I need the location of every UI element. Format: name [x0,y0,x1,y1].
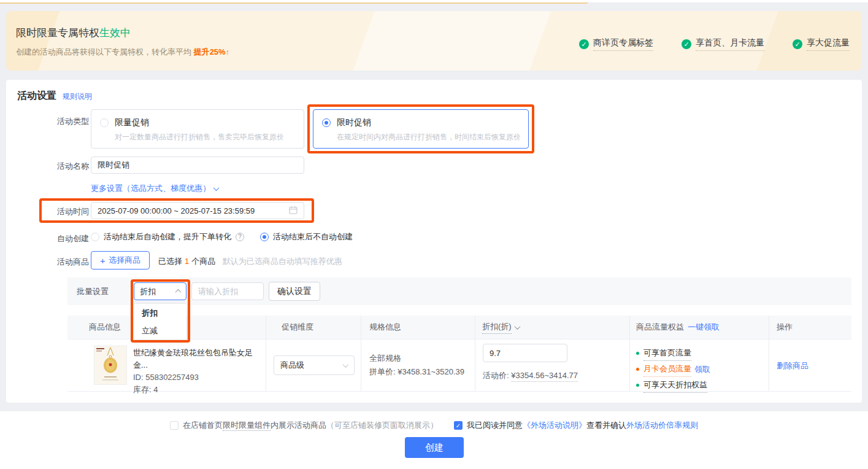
help-question-icon[interactable] [236,233,244,241]
rate-rules-link[interactable]: 外场活动价倍率规则 [626,421,698,430]
rules-link[interactable]: 规则说明 [63,91,92,102]
discount-input[interactable] [483,344,567,362]
type-option-limited-quantity[interactable]: 限量促销 对一定数量商品进行打折销售，售卖完毕后恢复原价 [91,109,304,149]
header-label: 商品信息 [89,322,121,333]
banner-status: 生效中 [99,27,131,39]
checkbox-unchecked-icon[interactable] [170,421,179,430]
badge-promo-traffic[interactable]: 享大促流量 [793,37,850,51]
batch-settings-label: 批量设置 [77,277,109,305]
cell-spec-info: 全部规格 拼单价: ¥3458.31~3520.39 [361,339,475,391]
header-label: 规格信息 [369,322,401,333]
text-segment-underlined: 限时限量组件 [223,421,271,431]
banner-badges: 商详页专属标签 享首页、月卡流量 享大促流量 [579,37,850,51]
cell-traffic-benefits: 可享首页流量 月卡会员流量 领取 可享天天折扣权益 [630,339,769,391]
spec-info: 全部规格 拼单价: ¥3458.31~3520.39 [369,352,464,379]
more-settings-text: 更多设置（选品方式、梯度优惠） [91,183,210,194]
select-goods-button-label: 选择商品 [109,255,140,266]
cell-goods-info: 世纪缘黄金珐琅花丝包包吊坠女足金... ID: 558302257493 库存:… [67,339,266,391]
page: 限时限量专属特权生效中 创建的活动商品将获得以下专属特权，转化率平均 提升25%… [0,0,868,469]
banner-subtitle-text: 创建的活动商品将获得以下专属特权，转化率平均 [16,47,194,56]
activity-type-label: 活动类型 [18,116,89,127]
create-button[interactable]: 创建 [405,437,464,458]
calendar-icon[interactable] [289,206,298,216]
bullet-icon [636,384,639,387]
dimension-value: 商品级 [280,360,304,371]
activity-goods-label: 活动商品 [18,257,89,268]
display-checkbox-text: 在店铺首页限时限量组件内展示活动商品（可至店铺装修页面取消展示） [183,420,438,431]
type-option-desc: 对一定数量商品进行打折销售，售卖完毕后恢复原价 [115,132,284,142]
auto-create-label: 自动创建 [18,233,89,244]
select-goods-button[interactable]: 选择商品 [91,251,150,269]
banner-title: 限时限量专属特权生效中 [16,26,131,40]
auto-create-options: 活动结束后自动创建，提升下单转化 活动结束后不自动创建 [91,231,353,242]
badge-home-traffic[interactable]: 享首页、月卡流量 [682,37,764,51]
benefit-item: 月卡会员流量 领取 [636,361,710,377]
benefit-text: 可享首页流量 [643,345,691,361]
radio-unchecked-icon[interactable] [91,233,99,241]
product-stock: 库存: 4 [133,384,266,396]
section-title: 活动设置 [17,90,56,103]
activity-time-label: 活动时间 [18,206,89,217]
dropdown-option-discount[interactable]: 折扣 [134,304,186,322]
plus-icon [100,255,106,266]
auto-create-option-no[interactable]: 活动结束后不自动创建 [260,231,353,242]
benefit-item: 可享首页流量 [636,345,710,361]
auto-create-option-yes[interactable]: 活动结束后自动创建，提升下单转化 [91,231,244,242]
dimension-select[interactable]: 商品级 [274,355,355,375]
check-circle-icon [793,39,802,49]
batch-type-select[interactable]: 折扣 [134,282,186,300]
header-label: 操作 [777,322,793,333]
cell-actions: 删除商品 [769,339,851,391]
header-promo-dimension: 促销维度 [266,316,361,339]
arrow-up-icon: ↑ [226,47,230,56]
benefit-list: 可享首页流量 月卡会员流量 领取 可享天天折扣权益 [636,345,710,393]
header-label: 折扣(折) [482,321,512,334]
activity-price-value: ¥3354.56~3414.77 [511,371,578,382]
delete-goods-link[interactable]: 删除商品 [777,360,808,371]
radio-checked-icon[interactable] [260,233,269,241]
batch-type-dropdown: 折扣 立减 [134,304,186,339]
product-info: 世纪缘黄金珐琅花丝包包吊坠女足金... ID: 558302257493 库存:… [133,347,266,396]
terms-link[interactable]: 《外场活动说明》 [523,421,586,430]
text-segment: 查看并确认 [586,421,626,430]
display-on-home-checkbox-item[interactable]: 在店铺首页限时限量组件内展示活动商品（可至店铺装修页面取消展示） [170,420,438,431]
footer-bar: 在店铺首页限时限量组件内展示活动商品（可至店铺装修页面取消展示） 我已阅读并同意… [0,411,868,469]
text-segment-muted: （可至店铺装修页面取消展示） [326,421,438,430]
top-accent-line [0,2,588,4]
activity-name-label: 活动名称 [18,161,89,172]
checkbox-checked-icon[interactable] [454,421,463,430]
badge-label: 商详页专属标签 [593,37,653,51]
bullet-icon [636,352,639,355]
badge-detail-tag[interactable]: 商详页专属标签 [579,37,653,51]
benefit-item: 可享天天折扣权益 [636,377,710,393]
cell-promo-dimension: 商品级 [266,339,361,391]
group-price: 拼单价: ¥3458.31~3520.39 [369,365,464,379]
section-head: 活动设置 规则说明 [17,90,92,103]
dropdown-option-reduction[interactable]: 立减 [134,322,186,339]
banner-subtitle: 创建的活动商品将获得以下专属特权，转化率平均 提升25%↑ [16,47,229,58]
confirm-settings-button[interactable]: 确认设置 [269,282,320,301]
chevron-up-icon [175,289,182,295]
header-discount[interactable]: 折扣(折) [475,316,630,339]
batch-discount-input[interactable] [191,282,264,300]
badge-label: 享首页、月卡流量 [696,37,764,51]
cell-discount: 活动价: ¥3354.56~3414.77 [475,339,630,391]
spec-all: 全部规格 [369,352,464,365]
activity-price-label: 活动价: [483,371,511,380]
batch-settings-bar: 批量设置 折扣 确认设置 [67,277,851,305]
type-option-limited-time[interactable]: 限时促销 在规定时间内对商品进行打折销售，时间结束后恢复原价 [313,109,529,149]
check-circle-icon [579,39,589,49]
agree-terms-checkbox-item[interactable]: 我已阅读并同意《外场活动说明》查看并确认外场活动价倍率规则 [454,420,698,431]
activity-time-input[interactable]: 2025-07-09 00:00:00 ~ 2025-07-15 23:59:5… [91,202,304,219]
radio-unchecked-icon[interactable] [100,118,109,127]
more-settings-link[interactable]: 更多设置（选品方式、梯度优惠） [91,183,218,194]
text-segment: 内展示活动商品 [271,421,326,430]
auto-create-option-text: 活动结束后不自动创建 [273,231,353,242]
radio-checked-icon[interactable] [322,118,331,127]
claim-all-link[interactable]: 一键领取 [688,322,720,333]
benefit-text: 月卡会员流量 [643,361,691,377]
activity-name-input[interactable] [91,157,304,174]
claim-link[interactable]: 领取 [694,362,710,377]
agree-checkbox-text: 我已阅读并同意《外场活动说明》查看并确认外场活动价倍率规则 [467,420,698,431]
header-traffic-benefit: 商品流量权益 一键领取 [630,316,769,339]
